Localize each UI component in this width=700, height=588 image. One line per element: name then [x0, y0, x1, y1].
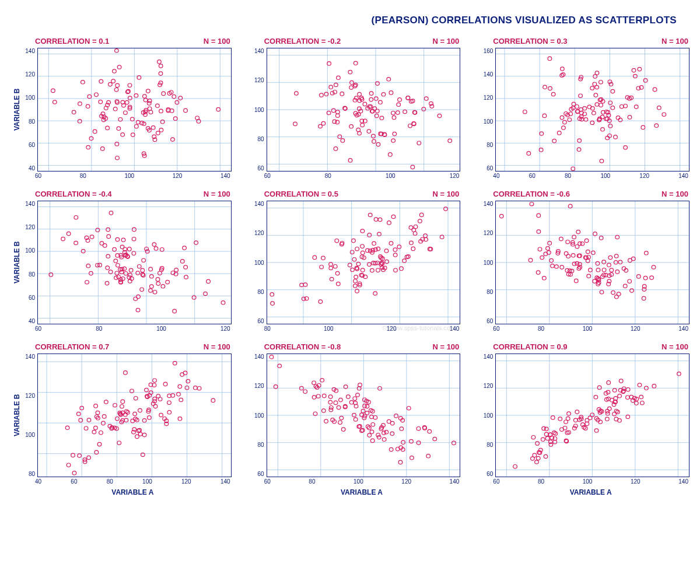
svg-point-233: [558, 131, 562, 135]
svg-point-895: [536, 442, 540, 445]
svg-point-581: [585, 239, 589, 242]
svg-point-645: [572, 254, 576, 257]
panel-title-correlation: CORRELATION = 0.9: [493, 342, 567, 351]
x-tick: 40: [35, 478, 41, 485]
svg-point-46: [116, 83, 120, 87]
y-ticks: 1401201008060: [250, 354, 267, 477]
svg-point-455: [360, 251, 365, 254]
x-tick: 80: [565, 173, 571, 179]
scatter-plot: [495, 354, 690, 477]
scatter-plot: [267, 354, 461, 477]
svg-point-500: [384, 249, 388, 253]
svg-point-309: [620, 105, 624, 108]
svg-point-198: [348, 70, 352, 74]
svg-point-824: [365, 404, 369, 408]
y-tick: 40: [21, 318, 35, 324]
svg-point-197: [363, 102, 367, 106]
svg-point-749: [148, 416, 152, 419]
x-tick: 140: [678, 478, 688, 485]
svg-point-86: [99, 79, 103, 83]
svg-point-454: [270, 293, 274, 296]
svg-point-79: [173, 117, 177, 120]
svg-point-782: [433, 437, 437, 440]
scatter-plot: [37, 201, 232, 324]
svg-point-265: [572, 102, 576, 106]
svg-point-20: [86, 104, 90, 108]
svg-point-799: [452, 441, 456, 444]
svg-point-68: [117, 127, 121, 130]
svg-point-63: [159, 109, 163, 113]
svg-point-987: [564, 420, 568, 424]
svg-point-320: [591, 107, 595, 110]
svg-point-514: [353, 284, 357, 288]
svg-point-783: [370, 439, 374, 442]
svg-point-167: [406, 96, 410, 100]
x-tick: 80: [538, 326, 544, 332]
svg-point-247: [662, 113, 666, 116]
svg-point-770: [96, 411, 100, 414]
svg-point-781: [334, 401, 338, 404]
svg-point-864: [368, 433, 372, 437]
svg-point-938: [639, 395, 643, 398]
svg-point-719: [142, 419, 146, 422]
x-tick: 120: [639, 173, 649, 179]
svg-point-37: [121, 133, 125, 136]
svg-point-754: [138, 408, 142, 412]
x-tick: 120: [387, 326, 397, 332]
svg-point-518: [330, 277, 334, 281]
svg-point-787: [354, 418, 358, 421]
svg-point-154: [369, 97, 373, 101]
svg-point-733: [102, 415, 106, 418]
y-tick: 80: [479, 142, 493, 148]
svg-point-600: [600, 236, 604, 240]
svg-point-800: [407, 407, 411, 410]
svg-point-87: [178, 96, 183, 100]
svg-point-252: [653, 88, 657, 91]
svg-point-42: [108, 82, 113, 86]
svg-point-879: [341, 428, 345, 431]
svg-point-94: [99, 100, 103, 103]
svg-point-53: [171, 138, 175, 141]
svg-point-31: [146, 89, 150, 93]
y-tick: 140: [479, 201, 493, 207]
svg-point-631: [575, 279, 579, 282]
svg-point-462: [389, 242, 393, 245]
svg-point-843: [313, 412, 317, 415]
svg-point-422: [136, 308, 140, 312]
svg-point-836: [416, 441, 421, 444]
svg-point-311: [632, 68, 636, 72]
svg-point-251: [578, 148, 582, 151]
svg-point-801: [322, 394, 326, 397]
svg-point-798: [340, 416, 344, 419]
x-ticks: 406080100120140: [493, 173, 688, 179]
y-tick: 120: [479, 94, 493, 101]
svg-point-878: [377, 435, 381, 439]
svg-point-138: [393, 132, 397, 135]
svg-point-924: [575, 410, 579, 414]
svg-point-859: [376, 433, 380, 437]
svg-point-417: [149, 267, 153, 271]
svg-point-433: [149, 285, 153, 288]
svg-point-659: [617, 292, 621, 296]
svg-point-358: [149, 275, 153, 278]
svg-point-748: [142, 433, 146, 436]
y-tick: 120: [21, 224, 35, 230]
svg-point-345: [204, 292, 208, 295]
panel-title-correlation: CORRELATION = 0.3: [493, 37, 567, 46]
svg-point-691: [153, 379, 157, 382]
svg-point-620: [618, 260, 622, 264]
scatter-plot: [495, 201, 690, 324]
svg-point-280: [594, 93, 598, 97]
x-tick: 140: [678, 173, 688, 179]
svg-point-201: [334, 147, 338, 150]
svg-point-461: [353, 279, 357, 283]
svg-point-152: [391, 139, 396, 142]
svg-point-877: [303, 390, 307, 393]
svg-point-379: [174, 268, 178, 272]
svg-point-709: [194, 386, 198, 390]
y-ticks: 1401201008060: [479, 201, 495, 324]
svg-point-193: [380, 116, 384, 120]
svg-point-828: [398, 460, 402, 464]
svg-point-175: [396, 111, 400, 114]
svg-point-350: [149, 289, 153, 292]
